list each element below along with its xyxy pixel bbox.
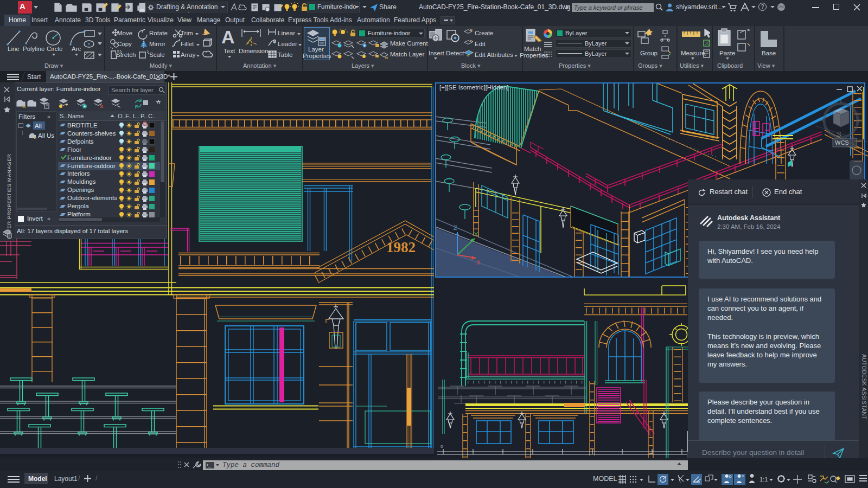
svg-text:0: 0	[441, 444, 443, 449]
svg-text:Z: Z	[454, 224, 457, 231]
svg-text:WCS: WCS	[835, 139, 849, 146]
svg-text:[+][SE Isometric][Hidden]: [+][SE Isometric][Hidden]	[439, 84, 509, 91]
svg-text:Y: Y	[474, 231, 478, 237]
svg-text:X: X	[476, 259, 481, 266]
svg-text:S: S	[837, 130, 841, 138]
svg-text:1:1: 1:1	[760, 476, 768, 483]
svg-text:1982: 1982	[386, 239, 416, 255]
